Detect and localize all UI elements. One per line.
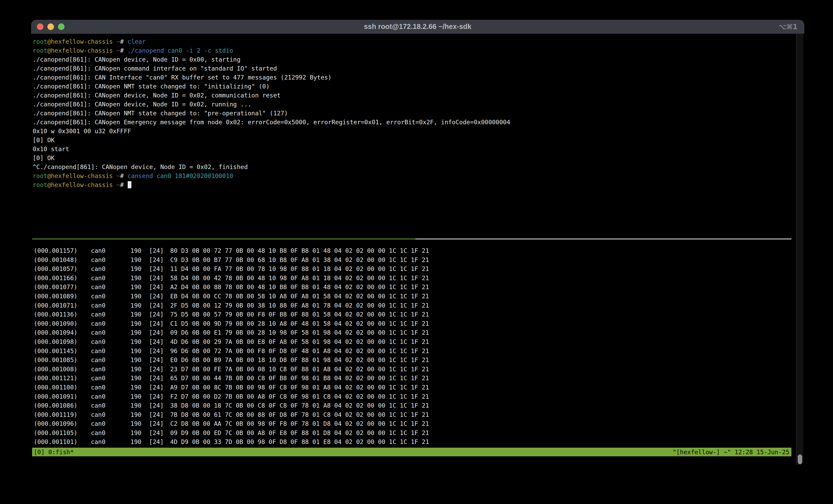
candump-length: [24] [149,320,164,327]
terminal-text-segment: # [120,47,127,54]
candump-bytes: 23 D7 0B 00 FE 7A 0B 00 08 10 C8 0F 88 0… [170,366,429,373]
candump-interface: can0 [91,366,105,373]
candump-interface: can0 [91,420,105,427]
candump-interface: can0 [91,247,105,254]
terminal-text-segment: @hexfellow-chassis [47,38,113,45]
candump-row: (000.001090)can0190[24]C1 D5 0B 00 9D 79… [34,319,793,328]
candump-timestamp: (000.001094) [34,329,77,336]
candump-bytes: 96 D6 0B 00 72 7A 0B 00 F8 0F D8 0F 48 0… [170,347,429,355]
tmux-window-list[interactable]: [0] 0:fish* [34,449,74,456]
candump-timestamp: (000.001071) [34,302,77,309]
candump-row: (000.001136)can0190[24]75 D5 0B 00 57 79… [34,310,793,319]
terminal-window: ssh root@172.18.2.66 ~/hex-sdk ⌥⌘1 root@… [31,20,804,465]
candump-row: (000.001119)can0190[24]7B D8 0B 00 61 7C… [34,410,793,419]
candump-can-id: 190 [130,430,142,436]
candump-bytes: 4D D9 0B 00 33 7D 0B 00 98 0F D8 0F 88 0… [170,438,429,445]
candump-bytes: 7B D8 0B 00 61 7C 0B 00 88 0F D8 0F 78 0… [170,411,429,418]
candump-row: (000.001071)can0190[24]2F D5 0B 00 12 79… [34,301,793,310]
candump-timestamp: (000.001157) [34,247,77,254]
terminal-line: ./canopend[861]: CANopen Emergency messa… [33,118,793,127]
candump-row: (000.001077)can0190[24]A2 D4 0B 00 88 78… [34,283,793,292]
candump-row: (000.001057)can0190[24]11 D4 0B 00 FA 77… [34,264,793,273]
candump-interface: can0 [91,338,105,345]
candump-length: [24] [149,375,164,382]
candump-length: [24] [149,247,164,254]
candump-row: (000.001100)can0190[24]A9 D7 0B 00 8C 7B… [34,383,793,392]
candump-timestamp: (000.001121) [34,375,77,382]
terminal-cursor [128,181,132,188]
terminal-text-segment: ./canopend[861]: CANopen device, Node ID… [33,56,240,63]
terminal-line: ./canopend[861]: CAN Interface "can0" RX… [33,73,793,82]
titlebar[interactable]: ssh root@172.18.2.66 ~/hex-sdk ⌥⌘1 [31,20,804,34]
pane-divider-active-segment [32,239,415,239]
candump-interface: can0 [91,393,105,400]
candump-length: [24] [149,366,164,373]
candump-length: [24] [149,393,164,400]
candump-can-id: 190 [130,311,142,318]
candump-timestamp: (000.001057) [34,265,77,272]
candump-length: [24] [149,293,164,299]
candump-bytes: 11 D4 0B 00 FA 77 0B 00 78 10 98 0F 88 0… [170,265,429,272]
terminal-text-segment: ./canopend[861]: CANopen NMT state chang… [33,83,269,90]
terminal-text-segment: @hexfellow-chassis [47,182,113,188]
candump-bytes: C1 D5 0B 00 9D 79 0B 00 28 10 A8 0F 48 0… [170,320,429,327]
terminal-line: [0] OK [33,136,793,145]
terminal-text-segment: 0x10 w 0x3001 00 u32 0xFFFF [33,128,131,135]
candump-can-id: 190 [130,438,142,445]
candump-length: [24] [149,411,164,418]
terminal-text-segment: ~ [117,38,120,45]
candump-row: (000.001096)can0190[24]C2 D8 0B 00 AA 7C… [34,419,793,428]
candump-interface: can0 [91,302,105,309]
terminal-line: root@hexfellow-chassis ~# clear [33,37,793,46]
candump-interface: can0 [91,320,105,327]
candump-can-id: 190 [130,265,142,272]
terminal-text-segment: root [33,38,47,45]
candump-bytes: 09 D6 0B 00 E1 79 0B 00 28 10 98 0F 58 0… [170,329,429,336]
candump-row: (000.001091)can0190[24]F2 D7 0B 00 D2 7B… [34,392,793,401]
candump-interface: can0 [91,257,105,263]
candump-timestamp: (000.001086) [34,402,77,409]
candump-row: (000.001008)can0190[24]23 D7 0B 00 FE 7A… [34,365,793,374]
candump-interface: can0 [91,384,105,391]
candump-row: (000.001089)can0190[24]EB D4 0B 00 CC 78… [34,292,793,301]
candump-bytes: 75 D5 0B 00 57 79 0B 00 F8 0F B8 0F 88 0… [170,311,429,318]
terminal-text-segment: root [33,182,47,188]
candump-bytes: A2 D4 0B 00 88 78 0B 00 48 10 B8 0F B8 0… [170,284,429,290]
terminal-line: [0] OK [33,153,793,163]
terminal-text-segment: ./canopend[861]: CANopen device, Node ID… [33,101,252,108]
candump-interface: can0 [91,274,105,282]
candump-bytes: 65 D7 0B 00 44 7B 0B 00 C8 0F B8 0F 98 0… [170,375,429,382]
tmux-statusbar: [0] 0:fish* "[hexfellow-] ~" 12:28 15-Ju… [32,448,791,456]
candump-can-id: 190 [130,366,142,373]
candump-bytes: C9 D3 0B 00 B7 77 0B 00 68 10 B8 0F A8 0… [170,257,429,263]
candump-bytes: 58 D4 0B 00 42 78 0B 00 48 10 98 0F A8 0… [170,274,429,282]
terminal-text-segment: can0 181#020200100010 [157,172,233,179]
terminal-line: root@hexfellow-chassis ~# [33,181,793,189]
terminal-text-segment: cansend [127,172,153,179]
candump-can-id: 190 [130,302,142,309]
terminal-output-pane[interactable]: root@hexfellow-chassis ~# clearroot@hexf… [33,37,793,189]
candump-interface: can0 [91,293,105,299]
candump-length: [24] [149,384,164,391]
candump-timestamp: (000.001105) [34,430,77,436]
candump-length: [24] [149,284,164,290]
candump-row: (000.001048)can0190[24]C9 D3 0B 00 B7 77… [34,256,793,265]
terminal-text-segment [153,172,157,179]
scrollbar-track[interactable] [796,34,803,465]
terminal-text-segment: ./canopend[861]: CANopen NMT state chang… [33,110,288,117]
candump-interface: can0 [91,265,105,272]
candump-pane[interactable]: (000.001157)can0190[24]80 D3 0B 00 72 77… [34,246,793,447]
candump-bytes: F2 D7 0B 00 D2 7B 0B 00 A8 0F C8 0F 98 0… [170,393,429,400]
candump-timestamp: (000.001089) [34,293,77,299]
terminal-text-segment: root [33,172,47,179]
candump-can-id: 190 [130,347,142,355]
scrollbar-thumb[interactable] [798,455,802,464]
candump-bytes: 4D D6 0B 00 29 7A 0B 00 E8 0F A8 0F 58 0… [170,338,429,345]
terminal-text-segment: ./canopend[861]: CANopen command interfa… [33,65,277,72]
terminal-text-segment: root [33,47,47,54]
terminal-text-segment: # [120,182,127,188]
terminal-text-segment: can0 -i 2 -c stdio [167,47,233,54]
candump-length: [24] [149,402,164,409]
candump-can-id: 190 [130,320,142,327]
terminal-text-segment: ~ [117,47,120,54]
